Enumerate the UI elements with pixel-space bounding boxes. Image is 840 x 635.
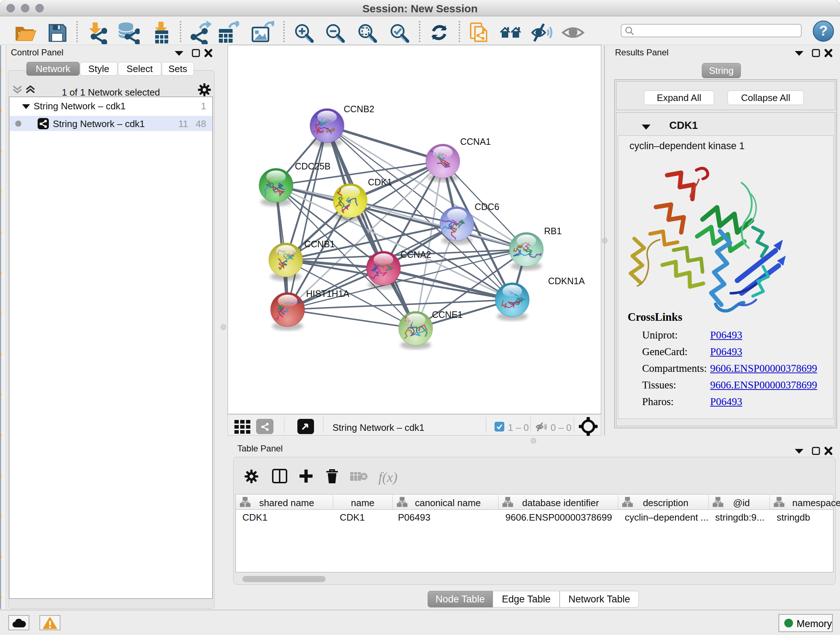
svg-text:?: ? (819, 23, 827, 38)
svg-text:CCNB2: CCNB2 (344, 104, 374, 114)
svg-text:CCNB1: CCNB1 (304, 239, 335, 249)
svg-text:CDC6: CDC6 (475, 202, 499, 212)
svg-text:HIST1H1A: HIST1H1A (306, 288, 349, 299)
svg-text:CDC25B: CDC25B (295, 161, 331, 171)
svg-text:CDKN1A: CDKN1A (548, 276, 585, 286)
svg-text:CCNA1: CCNA1 (460, 136, 491, 147)
svg-text:CCNA2: CCNA2 (401, 249, 431, 260)
svg-text:CDK1: CDK1 (368, 177, 392, 187)
svg-text:CCNE1: CCNE1 (432, 310, 463, 320)
svg-text:RB1: RB1 (544, 226, 562, 236)
